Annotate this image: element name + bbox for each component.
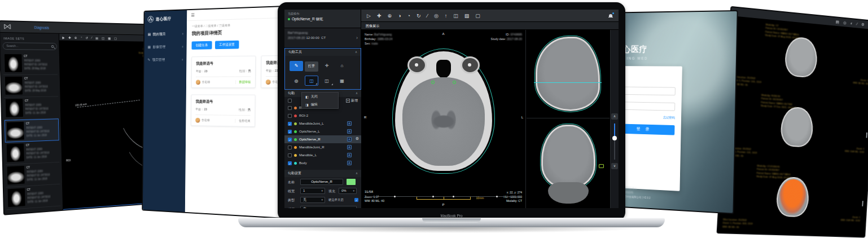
series-card[interactable]: CTPATIENT: 2069PATIENT ID: 2473010DATE: … [5, 140, 60, 165]
layout-icon[interactable]: ▤ [836, 20, 840, 24]
sidebar-item-my-projects[interactable]: ▤ 我的项目 ∨ [144, 27, 187, 41]
collapse-icon[interactable]: ∧ [355, 49, 357, 56]
fullscreen-icon[interactable]: ▢ [114, 36, 117, 40]
circle-roi-icon[interactable]: ◎ [434, 13, 439, 19]
auto-badge[interactable]: A [347, 161, 352, 165]
scroll-up-button[interactable]: ∧ [611, 113, 618, 120]
axial-viewport[interactable]: Name: Bai*zhiguang Birthday: 1986-03-24 … [361, 30, 526, 208]
hamburger-icon[interactable]: ☰ [191, 12, 194, 17]
patient-card[interactable]: 我是筛选号 年龄：23性别：男 李彩琳数据审核 [191, 56, 256, 88]
image-display-tab[interactable]: 图像展示 [361, 22, 619, 30]
select-all-checkbox[interactable]: ✓ [288, 99, 292, 103]
interpolate-tool[interactable]: ◍ [290, 76, 303, 86]
slider-knob[interactable] [612, 136, 617, 140]
search-input[interactable]: Search... [3, 42, 57, 50]
gear-icon[interactable]: ⚙ [356, 136, 359, 141]
fusion-cell-mr[interactable]: Modality: FUSIONPatient ID: 30191907Pati… [722, 87, 868, 166]
name-field[interactable]: OpticNerve_R [300, 179, 343, 185]
roi-checkbox[interactable]: ✓ [288, 130, 292, 134]
ruler-icon[interactable]: ∕ [427, 13, 428, 19]
notification-bell-icon[interactable] [608, 14, 613, 18]
eraser-tool[interactable]: ⌂ [335, 61, 349, 71]
roi-row[interactable]: ✓ROI-2A [284, 112, 361, 120]
workflow-settings-button[interactable]: 工作流设置 [215, 41, 239, 49]
patient-card[interactable]: 我是筛选号 年龄：23性别：男 李彩琳任务结束 [191, 94, 255, 127]
series-card[interactable]: CTPATIENT: 2069PATIENT ID: 2473010DATE: … [3, 75, 58, 98]
measure-icon[interactable]: ∕ [91, 36, 92, 39]
auto-badge[interactable]: A [347, 153, 352, 157]
ruler-icon[interactable]: ∕ [857, 22, 857, 26]
type-select[interactable]: 无▾ [300, 197, 325, 203]
pan-icon[interactable]: ✚ [377, 13, 382, 19]
sidebar-item-image-management[interactable]: ▦ 影像管理 ∨ [144, 40, 187, 54]
open-tool-tooltip[interactable]: 打开 [305, 61, 318, 72]
layout-icon[interactable]: ▤ [95, 36, 98, 39]
pan-icon[interactable]: ✚ [68, 35, 71, 39]
export-tool[interactable]: ▦ [335, 76, 349, 86]
create-task-button[interactable]: 创建任务 [191, 41, 212, 50]
cursor-icon[interactable]: ▶ [62, 35, 64, 39]
roi-row-selected[interactable]: ✓OpticNerve_RA⚙ [284, 135, 361, 143]
scroll-down-button[interactable]: ∨ [611, 163, 618, 169]
menu-item-close[interactable]: ◧关闭 [302, 92, 338, 100]
color-swatch[interactable] [347, 179, 356, 185]
precision-select[interactable]: 中▾ [300, 206, 357, 208]
roi-checkbox[interactable]: ✓ [288, 138, 292, 142]
roi-row[interactable]: ✓BodyA [284, 159, 361, 167]
gear-icon[interactable]: ⚙ [861, 22, 865, 27]
chevron-right-icon[interactable]: › [356, 35, 358, 41]
angle-icon[interactable]: ◔ [407, 13, 410, 19]
roi-checkbox[interactable]: ✓ [288, 161, 292, 165]
grid-icon[interactable]: ▦ [108, 36, 111, 40]
fusion-cell-overlay[interactable]: Modality: CT-FUSIONPatient ID: CK300907P… [718, 159, 868, 235]
zoom-icon[interactable]: ⊕ [74, 36, 77, 39]
auto-badge[interactable]: A [347, 145, 352, 149]
sidebar-item-project-management[interactable]: ✎ 项目管理 ∨ [144, 53, 186, 67]
fusion-cell-ct[interactable]: Modality: CTPatient ID: CK300907Patient … [726, 16, 868, 98]
pencil-tool[interactable]: ✎ [290, 61, 303, 71]
collapse-icon[interactable]: ∧ [356, 170, 358, 177]
contrast-icon[interactable]: ◑ [398, 13, 401, 19]
pointer-icon[interactable]: ▷ [367, 13, 371, 19]
zoom-icon[interactable]: ⊕ [387, 13, 392, 19]
split-panel-tool[interactable]: ◫ [305, 76, 318, 86]
fullscreen-icon[interactable]: ▢ [475, 13, 480, 19]
rotate-icon[interactable]: ↻ [417, 13, 421, 19]
add-contour-button[interactable]: +新增 [346, 98, 358, 103]
coronal-viewport[interactable] [527, 119, 610, 208]
upload-icon[interactable]: ↑ [445, 13, 448, 19]
circle-roi-icon[interactable]: ◎ [843, 20, 847, 25]
menu-item-edit[interactable]: ◨编辑 [302, 100, 338, 108]
series-card[interactable]: CTPATIENT: 2069PATIENT ID: 2473010DATE: … [6, 184, 61, 210]
split-layout-icon[interactable]: ◫ [453, 13, 458, 19]
auto-badge[interactable]: A [347, 121, 352, 126]
roi-row[interactable]: ✓MandibleJoint_RA [284, 143, 361, 151]
roi-checkbox[interactable]: ✓ [288, 153, 292, 157]
series-card-selected[interactable]: CTPATIENT: 2069PATIENT ID: 2473010DATE: … [5, 118, 59, 142]
series-card[interactable]: CTPATIENT: 2069PATIENT ID: 2473010DATE: … [6, 162, 60, 188]
window-level-icon[interactable]: ◔ [80, 36, 82, 39]
roi-checkbox[interactable]: ✓ [288, 114, 292, 118]
roi-checkbox[interactable]: ✓ [288, 122, 292, 126]
series-card[interactable]: CTPATIENT: 2069PATIENT ID: 2473010DATE: … [4, 96, 59, 120]
rotate-icon[interactable]: ↺ [86, 36, 89, 39]
contrast-icon[interactable]: ◐ [851, 21, 853, 25]
split-view-icon[interactable]: ◫ [102, 36, 104, 40]
roi-checkbox[interactable]: ✓ [288, 146, 292, 149]
transform-tool[interactable]: ✛ [320, 61, 334, 71]
collapse-icon[interactable]: ∧ [356, 90, 358, 97]
roi-row[interactable]: ✓OpticNerve_LA [284, 127, 361, 135]
series-card[interactable]: CTPATIENT: 2069PATIENT ID: 2473010DATE: … [3, 52, 58, 75]
roi-checkbox[interactable]: ✓ [288, 106, 292, 110]
auto-badge[interactable]: A [347, 129, 352, 134]
slider-track[interactable] [614, 124, 615, 160]
sagittal-viewport[interactable] [527, 30, 610, 118]
roi-row[interactable]: ✓MandibleJoint_LA [284, 120, 361, 127]
auto-badge[interactable]: A [347, 137, 352, 142]
roi-row[interactable]: ✓Mandible_LA [284, 151, 361, 159]
layout-tool[interactable]: ◫ [320, 76, 334, 86]
linewidth-select[interactable]: 1▾ [300, 188, 325, 194]
fill-select[interactable]: 0%▾ [339, 188, 357, 194]
browser-app-tab[interactable]: Diagnosis [34, 25, 49, 29]
patient-summary[interactable]: Bai*zhiguang 2017-08-20 12:00:00 CT › [284, 28, 361, 48]
